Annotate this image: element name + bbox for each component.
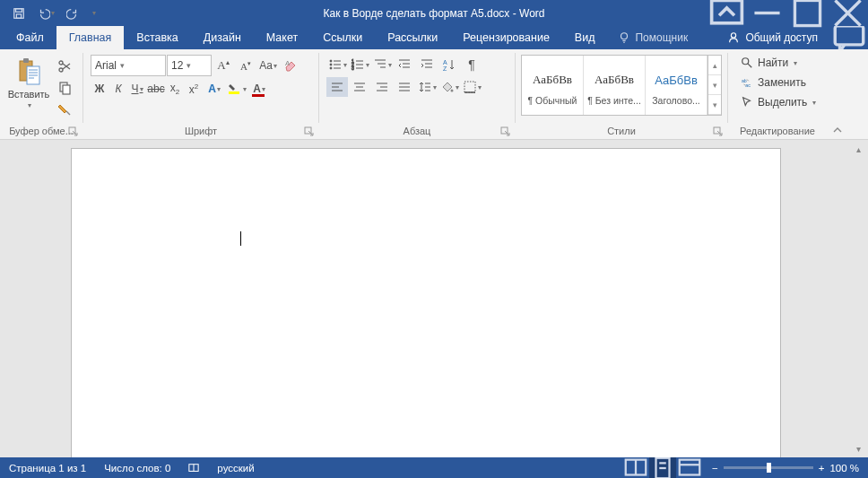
- select-button[interactable]: Выделить▾: [735, 92, 821, 112]
- italic-button[interactable]: К: [109, 79, 127, 99]
- svg-text:A: A: [443, 59, 447, 65]
- maximize-button[interactable]: [787, 0, 828, 26]
- align-left-button[interactable]: [326, 77, 348, 97]
- dialog-launcher-icon[interactable]: [500, 126, 511, 137]
- title-bar: ▾ ▾ Как в Ворде сделать формат A5.docx -…: [0, 0, 868, 26]
- copy-button[interactable]: [54, 78, 75, 98]
- bold-button[interactable]: Ж: [91, 79, 108, 99]
- tab-review[interactable]: Рецензирование: [450, 26, 562, 49]
- tab-home[interactable]: Главная: [56, 26, 125, 49]
- web-layout-icon: [676, 455, 703, 479]
- borders-button[interactable]: ▾: [461, 77, 482, 97]
- line-spacing-button[interactable]: ▾: [416, 77, 438, 97]
- close-button[interactable]: [828, 0, 868, 26]
- show-marks-button[interactable]: ¶: [461, 55, 482, 74]
- cut-button[interactable]: [54, 56, 75, 76]
- style-no-spacing[interactable]: АаБбВв¶ Без инте...: [584, 56, 646, 115]
- clear-formatting-button[interactable]: A: [280, 56, 301, 75]
- save-button[interactable]: [5, 0, 32, 26]
- clipboard-group-label: Буфер обме...: [9, 126, 74, 136]
- styles-gallery[interactable]: АаБбВв¶ Обычный АаБбВв¶ Без инте... АаБб…: [521, 55, 722, 116]
- book-icon: [188, 463, 199, 474]
- zoom-level[interactable]: 100 %: [829, 463, 859, 474]
- brush-icon: [57, 102, 72, 117]
- format-painter-button[interactable]: [54, 100, 75, 119]
- editing-group-label: Редактирование: [740, 126, 815, 136]
- tab-insert[interactable]: Вставка: [124, 26, 190, 49]
- multilevel-list-icon: [373, 57, 387, 72]
- tab-layout[interactable]: Макет: [254, 26, 310, 49]
- numbering-button[interactable]: 123▾: [349, 55, 370, 74]
- qat-dropdown[interactable]: ▾: [86, 0, 100, 26]
- svg-rect-61: [464, 82, 475, 92]
- scroll-down-button[interactable]: ▾: [850, 441, 866, 456]
- dialog-launcher-icon[interactable]: [713, 126, 724, 137]
- shrink-font-button[interactable]: A▾: [235, 56, 256, 75]
- tell-me[interactable]: Помощник: [607, 26, 699, 49]
- read-mode-button[interactable]: [622, 457, 649, 478]
- tab-file[interactable]: Файл: [4, 26, 56, 49]
- svg-text:Z: Z: [443, 65, 447, 72]
- scroll-up-button[interactable]: ▴: [850, 142, 866, 156]
- decrease-indent-button[interactable]: [394, 55, 415, 74]
- group-paragraph: ▾ 123▾ ▾ AZ ¶ ▾ ▾ ▾ Абза: [319, 49, 515, 139]
- web-layout-button[interactable]: [676, 457, 703, 478]
- sort-button[interactable]: AZ: [438, 55, 460, 74]
- tab-view[interactable]: Вид: [562, 26, 608, 49]
- zoom-out-button[interactable]: −: [712, 463, 718, 474]
- styles-gallery-more[interactable]: ▴▾▾: [707, 56, 721, 115]
- page[interactable]: [72, 149, 780, 457]
- tab-references[interactable]: Ссылки: [310, 26, 375, 49]
- cursor-icon: [741, 96, 753, 109]
- replace-button[interactable]: abacЗаменить: [735, 73, 821, 92]
- zoom-slider[interactable]: [724, 466, 813, 469]
- tab-design[interactable]: Дизайн: [191, 26, 254, 49]
- superscript-button[interactable]: x2: [185, 79, 203, 99]
- highlight-button[interactable]: ▾: [226, 79, 247, 99]
- svg-rect-5: [794, 0, 820, 25]
- align-right-icon: [375, 80, 389, 94]
- ribbon-display-options[interactable]: [707, 0, 747, 26]
- bullets-button[interactable]: ▾: [326, 55, 348, 74]
- spellcheck-button[interactable]: [179, 457, 208, 478]
- redo-button[interactable]: [59, 0, 86, 26]
- font-size-combo[interactable]: 12▾: [167, 55, 212, 76]
- page-indicator[interactable]: Страница 1 из 1: [0, 457, 95, 478]
- vertical-scrollbar[interactable]: ▴ ▾: [850, 142, 866, 456]
- multilevel-list-button[interactable]: ▾: [371, 55, 393, 74]
- grow-font-button[interactable]: A▴: [213, 56, 234, 75]
- find-button[interactable]: Найти▾: [735, 53, 821, 73]
- language-indicator[interactable]: русский: [208, 457, 263, 478]
- style-heading1[interactable]: АаБбВвЗаголово...: [646, 56, 707, 115]
- paste-button[interactable]: Вставить ▾: [7, 55, 50, 109]
- app-window: ▾ ▾ Как в Ворде сделать формат A5.docx -…: [0, 0, 868, 478]
- strikethrough-button[interactable]: abc: [147, 79, 165, 99]
- undo-button[interactable]: ▾: [32, 0, 59, 26]
- increase-indent-button[interactable]: [416, 55, 438, 74]
- underline-button[interactable]: Ч▾: [128, 79, 146, 99]
- dialog-launcher-icon[interactable]: [68, 126, 79, 137]
- collapse-ribbon-button[interactable]: [827, 49, 848, 139]
- chevron-down-icon: ▾: [28, 101, 31, 109]
- style-normal[interactable]: АаБбВв¶ Обычный: [522, 56, 584, 115]
- font-name-combo[interactable]: Arial▾: [91, 55, 166, 76]
- read-mode-icon: [622, 455, 649, 479]
- outdent-icon: [397, 57, 412, 72]
- ribbon: Вставить ▾ Буфер обме... Arial▾ 12▾ A▴ A: [0, 49, 868, 140]
- text-effects-button[interactable]: A▾: [204, 79, 225, 99]
- word-count[interactable]: Число слов: 0: [95, 457, 179, 478]
- font-color-button[interactable]: A▾: [248, 79, 270, 99]
- minimize-button[interactable]: [747, 0, 787, 26]
- shading-button[interactable]: ▾: [438, 77, 460, 97]
- dialog-launcher-icon[interactable]: [304, 126, 315, 137]
- align-center-button[interactable]: [349, 77, 370, 97]
- number-list-icon: 123: [351, 57, 365, 72]
- subscript-button[interactable]: x2: [166, 79, 184, 99]
- justify-button[interactable]: [394, 77, 415, 97]
- line-spacing-icon: [418, 80, 432, 94]
- print-layout-button[interactable]: [649, 457, 676, 478]
- align-right-button[interactable]: [371, 77, 393, 97]
- zoom-in-button[interactable]: +: [819, 463, 825, 474]
- change-case-button[interactable]: Aa▾: [257, 56, 279, 75]
- tab-mailings[interactable]: Рассылки: [375, 26, 450, 49]
